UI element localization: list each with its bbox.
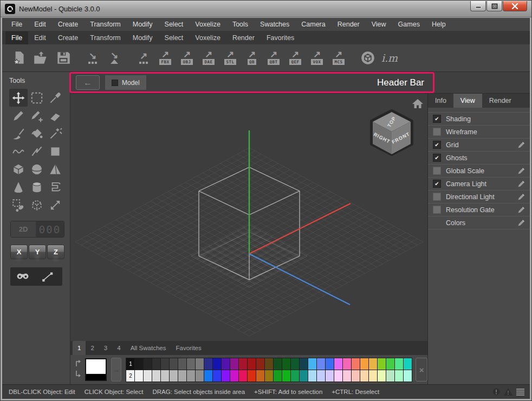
axis-z-button[interactable]: Z xyxy=(47,245,64,259)
menu-modify[interactable]: Modify xyxy=(127,18,159,30)
titlebar[interactable]: NewModel - Qubicle 3.0.0 xyxy=(1,1,531,17)
menu-edit[interactable]: Edit xyxy=(28,18,52,30)
tab-render[interactable]: Render xyxy=(482,94,518,108)
swatch-cell[interactable] xyxy=(187,370,195,382)
checkbox-wireframe[interactable] xyxy=(433,128,441,136)
tool-rectangle[interactable] xyxy=(46,142,64,160)
swatch-cell[interactable] xyxy=(230,358,238,370)
swatch-cell[interactable] xyxy=(204,370,212,382)
tool-line[interactable] xyxy=(28,142,46,160)
tool-frame-select[interactable] xyxy=(28,196,46,214)
edit-pencil-icon[interactable] xyxy=(517,180,525,188)
tool-pencil-add[interactable] xyxy=(28,107,46,124)
menu-swatches[interactable]: Swatches xyxy=(254,18,295,30)
swatch-cell[interactable] xyxy=(326,358,334,370)
export-mcs-button[interactable]: ↗MCS xyxy=(329,50,348,66)
swatch-cell[interactable] xyxy=(213,370,221,382)
swatch-cell[interactable] xyxy=(308,358,316,370)
tool-select[interactable] xyxy=(28,89,46,107)
swatch-cell[interactable] xyxy=(170,358,178,370)
info-icon[interactable] xyxy=(492,388,500,396)
export-obj-button[interactable]: ↗OBJ xyxy=(178,50,196,66)
model-tab[interactable]: Model xyxy=(105,75,146,90)
swatch-cell[interactable] xyxy=(343,370,351,382)
menu2-file[interactable]: File xyxy=(5,31,28,44)
swatch-cell[interactable] xyxy=(300,370,308,382)
swatch-cell[interactable] xyxy=(300,358,308,370)
swatch-cell[interactable] xyxy=(291,370,299,382)
new-model-button[interactable] xyxy=(10,49,28,67)
menu2-select[interactable]: Select xyxy=(159,31,190,44)
tool-magic-wand[interactable] xyxy=(46,124,64,142)
export-vox-button[interactable]: ↗VOX xyxy=(308,50,326,66)
menu2-favorites[interactable]: Favorites xyxy=(261,31,300,44)
swatch-cell[interactable] xyxy=(161,370,169,382)
axis-y-button[interactable]: Y xyxy=(29,245,46,259)
menu-file[interactable]: File xyxy=(5,18,28,30)
edit-pencil-icon[interactable] xyxy=(517,193,525,201)
edit-pencil-icon[interactable] xyxy=(517,206,525,214)
checkbox-camera-light[interactable]: ✔ xyxy=(433,180,441,188)
mode-2d-button[interactable]: 2D xyxy=(11,221,36,237)
tool-extrude[interactable] xyxy=(46,178,64,196)
swatch-cell[interactable] xyxy=(230,370,238,382)
swatch-cell[interactable] xyxy=(317,358,325,370)
export-qb-button[interactable]: ↗QB xyxy=(243,50,261,66)
swatch-tab-3[interactable]: 3 xyxy=(99,341,112,355)
tool-move[interactable] xyxy=(9,89,28,107)
tool-sphere[interactable] xyxy=(28,160,46,178)
swatch-cell[interactable] xyxy=(282,370,290,382)
menu2-voxelize[interactable]: Voxelize xyxy=(189,31,226,44)
swatch-cell[interactable] xyxy=(187,358,195,370)
foreground-color[interactable] xyxy=(86,359,106,373)
swatch-cell[interactable] xyxy=(196,358,204,370)
open-button[interactable] xyxy=(31,49,51,67)
swatch-cell[interactable] xyxy=(204,358,212,370)
save-button[interactable] xyxy=(54,49,73,67)
checkbox-ghosts[interactable]: ✔ xyxy=(433,154,441,162)
mirror-line-button[interactable] xyxy=(35,268,60,285)
tool-eraser[interactable] xyxy=(46,107,64,124)
swatch-cell[interactable] xyxy=(369,358,377,370)
export-qef-button[interactable]: ↗QEF xyxy=(286,50,304,66)
swatch-cell[interactable] xyxy=(404,370,412,382)
import-button[interactable]: ↘ xyxy=(83,51,102,65)
menu-view[interactable]: View xyxy=(366,18,392,30)
swatch-cell[interactable] xyxy=(265,370,273,382)
checkbox-shading[interactable]: ✔ xyxy=(433,115,441,123)
export-qbt-button[interactable]: ↗QBT xyxy=(264,50,283,66)
menu2-transform[interactable]: Transform xyxy=(84,31,127,44)
swatch-cell[interactable] xyxy=(222,370,230,382)
tool-brush[interactable] xyxy=(9,124,28,142)
swatch-cell[interactable] xyxy=(395,358,403,370)
swatch-cell[interactable] xyxy=(326,370,334,382)
warning-icon[interactable] xyxy=(504,388,512,396)
menu-select[interactable]: Select xyxy=(159,18,190,30)
tab-view[interactable]: View xyxy=(453,94,482,108)
swatch-cell[interactable] xyxy=(256,370,264,382)
swatch-cell[interactable] xyxy=(256,358,264,370)
menu-create[interactable]: Create xyxy=(52,18,85,30)
swatch-cell[interactable] xyxy=(360,370,368,382)
swatch-cell[interactable] xyxy=(308,370,316,382)
swatch-cell[interactable] xyxy=(334,370,342,382)
swatch-cell[interactable] xyxy=(239,358,247,370)
swatch-cell[interactable] xyxy=(196,370,204,382)
swatch-cell[interactable] xyxy=(248,358,256,370)
export-stl-button[interactable]: ↗STL xyxy=(221,50,239,66)
swatch-cell[interactable] xyxy=(343,358,351,370)
edit-pencil-icon[interactable] xyxy=(517,167,525,175)
swatch-cell[interactable] xyxy=(378,358,386,370)
tool-pyramid[interactable] xyxy=(46,160,64,178)
menu-render[interactable]: Render xyxy=(332,18,366,30)
close-button[interactable] xyxy=(503,1,527,11)
sketchfab-button[interactable] xyxy=(359,49,377,67)
apply-color-button[interactable]: → xyxy=(111,358,122,382)
tool-cone[interactable] xyxy=(9,178,28,196)
minimize-button[interactable] xyxy=(470,1,486,11)
checkbox-resolution-gate[interactable] xyxy=(433,206,441,214)
swatch-cell[interactable] xyxy=(404,358,412,370)
swatch-cell[interactable] xyxy=(152,358,160,370)
mask-button[interactable] xyxy=(10,268,35,285)
tool-cylinder[interactable] xyxy=(28,178,46,196)
